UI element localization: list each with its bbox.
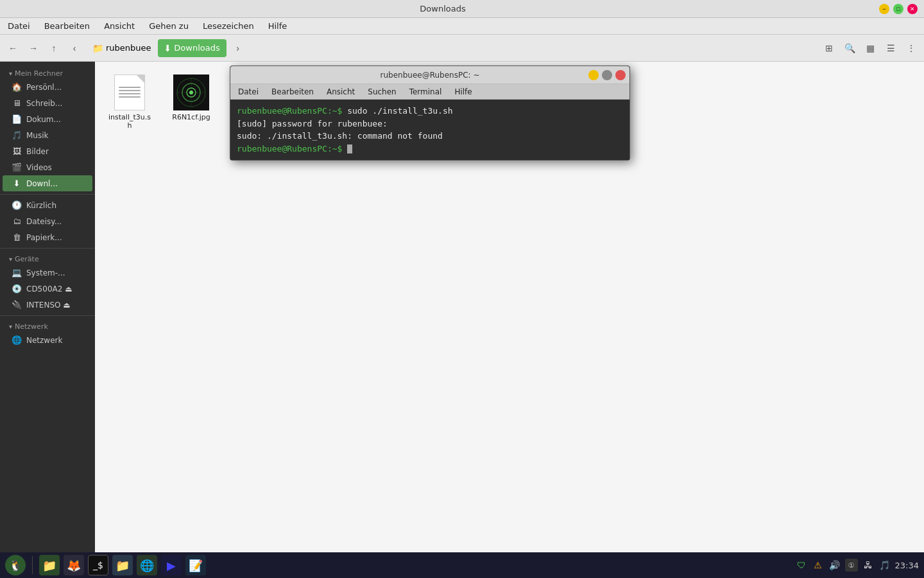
menu-datei[interactable]: Datei xyxy=(5,20,33,32)
network-tray-icon[interactable]: 🖧 xyxy=(862,559,875,572)
doc-line-3 xyxy=(119,93,141,94)
script-file-label: install_t3u.sh xyxy=(108,113,151,130)
sidebar-item-pictures-label: Bilder xyxy=(26,147,49,156)
file-area: install_t3u.sh R6N1cf.jpg xyxy=(95,62,924,557)
sidebar-item-music[interactable]: 🎵 Musik xyxy=(3,127,92,143)
pictures-icon: 🖼 xyxy=(12,146,22,156)
breadcrumb-downloads[interactable]: ⬇ Downloads xyxy=(158,39,227,57)
terminal-output-2: sudo: ./install_t3u.sh: command not foun… xyxy=(237,131,443,141)
terminal-close-button[interactable] xyxy=(615,70,626,80)
back-button[interactable]: ← xyxy=(4,39,22,57)
section-geraete-title: Geräte xyxy=(15,255,39,263)
section-arrow-3: ▾ xyxy=(9,323,12,330)
menu-bearbeiten[interactable]: Bearbeiten xyxy=(42,20,92,32)
forward-button[interactable]: → xyxy=(24,39,42,57)
list-view-button[interactable]: ☰ xyxy=(882,39,900,57)
taskbar-chromium[interactable]: 🌐 xyxy=(137,555,157,575)
terminal-menu-ansicht[interactable]: Ansicht xyxy=(324,86,357,98)
downloads-folder-icon: ⬇ xyxy=(164,43,172,53)
mint-logo-icon: 🐧 xyxy=(9,559,22,572)
terminal-line-3: sudo: ./install_t3u.sh: command not foun… xyxy=(237,130,623,143)
network-indicator[interactable]: ① xyxy=(845,559,858,572)
sidebar-item-trash[interactable]: 🗑 Papierk... xyxy=(3,229,92,245)
toolbar: ← → ↑ ‹ 📁 rubenbuee ⬇ Downloads › ⊞ 🔍 ▦ … xyxy=(0,35,924,62)
script-file-icon xyxy=(112,74,148,110)
breadcrumb: 📁 rubenbuee ⬇ Downloads xyxy=(86,39,227,57)
terminal-cursor-area xyxy=(342,144,352,153)
terminal-body[interactable]: rubenbuee@RubensPC:~$ sudo ./install_t3u… xyxy=(230,100,629,160)
sidebar-item-desktop[interactable]: 🖥 Schreib... xyxy=(3,95,92,111)
terminal-menu-terminal[interactable]: Terminal xyxy=(407,86,445,98)
sidebar-item-intenso[interactable]: 🔌 INTENSO ⏏ xyxy=(3,297,92,313)
terminal-menu-bearbeiten[interactable]: Bearbeiten xyxy=(269,86,316,98)
menu-bar: Datei Bearbeiten Ansicht Gehen zu Leseze… xyxy=(0,18,924,35)
taskbar-filemanager[interactable]: 📁 xyxy=(112,555,133,575)
sidebar: ▾ Mein Rechner 🏠 Persönl... 🖥 Schreib...… xyxy=(0,62,95,557)
sidebar-item-recent[interactable]: 🕐 Kürzlich xyxy=(3,197,92,213)
section-arrow: ▾ xyxy=(9,70,12,77)
menu-gehen-zu[interactable]: Gehen zu xyxy=(146,20,191,32)
sidebar-item-network[interactable]: 🌐 Netzwerk xyxy=(3,332,92,348)
image-thumbnail-svg xyxy=(173,74,209,110)
breadcrumb-left-button[interactable]: ‹ xyxy=(65,39,83,57)
terminal-menu-datei[interactable]: Datei xyxy=(235,86,261,98)
shield-tray-icon[interactable]: 🛡 xyxy=(795,559,808,572)
section-netzwerk: ▾ Netzwerk xyxy=(0,319,95,332)
sidebar-item-recent-label: Kürzlich xyxy=(26,201,56,210)
taskbar-editor[interactable]: 📝 xyxy=(185,555,206,575)
taskbar: 🐧 📁 🦊 _$ 📁 🌐 ▶ 📝 🛡 ⚠ 🔊 ① 🖧 🎵 23:34 xyxy=(0,552,924,578)
terminal-maximize-button[interactable] xyxy=(602,70,612,80)
network-icon: 🌐 xyxy=(12,335,22,345)
terminal-cursor xyxy=(347,144,352,153)
terminal-cmd-1: sudo ./install_t3u.sh xyxy=(342,106,452,116)
breadcrumb-rubenbuee-label: rubenbuee xyxy=(106,43,151,53)
terminal-menubar: Datei Bearbeiten Ansicht Suchen Terminal… xyxy=(230,84,629,100)
search-button[interactable]: 🔍 xyxy=(841,39,859,57)
maximize-button[interactable]: □ xyxy=(893,4,903,14)
sidebar-item-videos[interactable]: 🎬 Videos xyxy=(3,159,92,175)
recent-icon: 🕐 xyxy=(12,200,22,210)
close-button[interactable]: ✕ xyxy=(907,4,918,14)
terminal-minimize-button[interactable] xyxy=(588,70,599,80)
terminal-line-4: rubenbuee@RubensPC:~$ xyxy=(237,143,623,155)
sidebar-item-system[interactable]: 💻 System-... xyxy=(3,265,92,281)
breadcrumb-rubenbuee[interactable]: 📁 rubenbuee xyxy=(86,39,158,57)
file-item-script[interactable]: install_t3u.sh xyxy=(104,71,155,134)
sidebar-item-filesystem[interactable]: 🗂 Dateisy... xyxy=(3,213,92,229)
sidebar-item-downloads[interactable]: ⬇ Downl... xyxy=(3,175,92,191)
breadcrumb-right-button[interactable]: › xyxy=(229,39,247,57)
sidebar-item-pictures[interactable]: 🖼 Bilder xyxy=(3,143,92,159)
taskbar-media[interactable]: ▶ xyxy=(161,555,182,575)
sidebar-item-downloads-label: Downl... xyxy=(26,179,58,188)
view-toggle-button[interactable]: ⊞ xyxy=(820,39,838,57)
warning-tray-icon[interactable]: ⚠ xyxy=(812,559,825,572)
terminal-menu-suchen[interactable]: Suchen xyxy=(365,86,398,98)
minimize-button[interactable]: − xyxy=(879,4,889,14)
volume-tray-icon[interactable]: 🔊 xyxy=(828,559,841,572)
file-item-image[interactable]: R6N1cf.jpg xyxy=(166,71,217,134)
sidebar-item-cd500a2[interactable]: 💿 CD500A2 ⏏ xyxy=(3,281,92,297)
taskbar-files[interactable]: 📁 xyxy=(39,555,60,575)
taskbar-terminal[interactable]: _$ xyxy=(88,555,108,575)
menu-ansicht[interactable]: Ansicht xyxy=(101,20,137,32)
sidebar-item-personal[interactable]: 🏠 Persönl... xyxy=(3,79,92,95)
terminal-controls xyxy=(588,70,626,80)
terminal-menu-hilfe[interactable]: Hilfe xyxy=(452,86,474,98)
image-file-icon xyxy=(173,74,209,110)
taskbar-mint-logo[interactable]: 🐧 xyxy=(5,555,26,575)
sidebar-item-cd500a2-label: CD500A2 ⏏ xyxy=(26,285,73,293)
menu-hilfe[interactable]: Hilfe xyxy=(266,20,290,32)
firefox-icon: 🦊 xyxy=(67,559,81,572)
media-icon: ▶ xyxy=(167,559,176,572)
chromium-icon: 🌐 xyxy=(140,559,154,572)
icon-view-button[interactable]: ▦ xyxy=(861,39,879,57)
more-button[interactable]: ⋮ xyxy=(902,39,920,57)
taskbar-firefox[interactable]: 🦊 xyxy=(64,555,84,575)
menu-lesezeichen[interactable]: Lesezeichen xyxy=(200,20,257,32)
up-button[interactable]: ↑ xyxy=(45,39,63,57)
sidebar-item-documents[interactable]: 📄 Dokum... xyxy=(3,111,92,127)
audio-tray-icon[interactable]: 🎵 xyxy=(878,559,891,572)
home-icon: 🏠 xyxy=(12,82,22,92)
main-area: ▾ Mein Rechner 🏠 Persönl... 🖥 Schreib...… xyxy=(0,62,924,557)
terminal-window: rubenbuee@RubensPC: ~ Datei Bearbeiten A… xyxy=(230,66,630,161)
